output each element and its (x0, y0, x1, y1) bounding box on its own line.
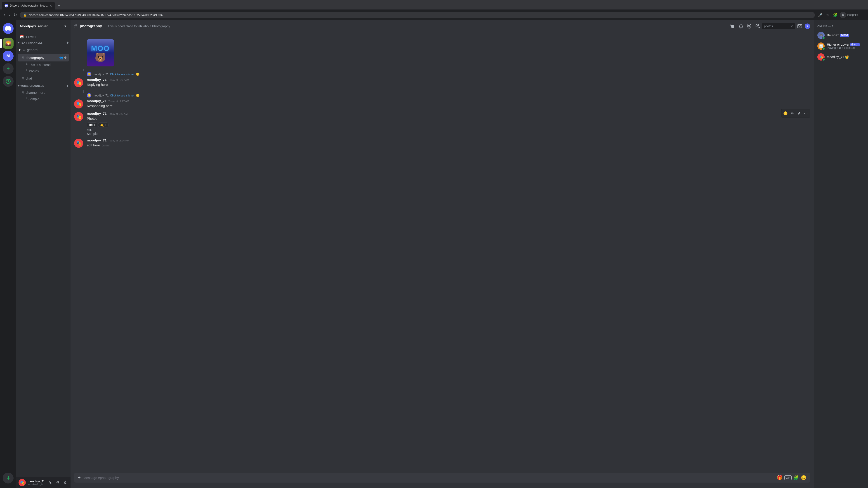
emoji-button[interactable]: 😊 (801, 475, 807, 480)
help-button[interactable]: ? (805, 24, 810, 29)
server-icon-2[interactable]: M (3, 51, 13, 61)
click-to-see-sticker-1[interactable]: Click to see sticker (110, 72, 134, 76)
reply-line-icon-2 (83, 90, 91, 93)
notifications-button[interactable] (738, 23, 744, 29)
click-to-see-sticker-2[interactable]: Click to see sticker (110, 94, 134, 97)
input-add-button[interactable]: + (78, 475, 81, 481)
gif-button[interactable]: GIF (784, 475, 792, 480)
sticker-button[interactable]: 🧩 (794, 475, 799, 480)
microphone-icon[interactable]: 🎤 (817, 11, 824, 19)
channel-item-general[interactable]: ▶ # general (18, 46, 69, 54)
moo-sticker-character: 🐻 (95, 53, 106, 62)
add-voice-channel-button[interactable]: + (66, 84, 69, 88)
sticker-ref-1[interactable]: 😊 moodjoy_71 Click to see sticker 😊 (70, 72, 814, 77)
reply-indicator-1 (70, 69, 814, 72)
thread-item-1[interactable]: ╰ This is a thread! (18, 62, 69, 68)
reaction-eyes[interactable]: 👀 1 (87, 123, 97, 127)
browser-tab-active[interactable]: Discord | #photography | Moo... ✕ (2, 2, 55, 9)
thread-icon-2: ╰ (25, 69, 28, 73)
server-list: 🌄 M + ⬇ (0, 20, 16, 488)
discord-favicon (4, 4, 8, 7)
text-channels-category[interactable]: ▾ TEXT CHANNELS + (16, 40, 70, 46)
gift-button[interactable]: 🎁 (777, 475, 782, 480)
member-item-moodjoy[interactable]: 🎭 moodjoy_71 👑 (815, 52, 866, 62)
add-reaction-button[interactable]: 😊 (782, 110, 789, 116)
bookmark-icon[interactable]: ☆ (825, 11, 831, 19)
channel-item-chat[interactable]: # chat (18, 74, 69, 82)
message-author-4[interactable]: moodjoy_71 (87, 138, 107, 142)
moo-sticker: MOO 🐻 (87, 39, 114, 66)
discord-home-button[interactable] (3, 23, 13, 34)
menu-icon[interactable]: ⋮ (859, 11, 865, 19)
voice-thread-name: Sample (29, 97, 39, 101)
voice-channel-item-1[interactable]: # channel-here (18, 89, 69, 96)
reload-button[interactable]: ↻ (13, 11, 18, 18)
more-options-button[interactable]: ⋯ (803, 110, 809, 116)
reaction-count-eyes: 1 (94, 123, 95, 127)
tab-close-button[interactable]: ✕ (50, 4, 52, 7)
member-item-ballsdex[interactable]: 🎮 Ballsdex BOT (815, 30, 866, 40)
online-indicator-higherLower (822, 47, 825, 50)
message-author-2[interactable]: moodjoy_71 (87, 99, 107, 103)
extension-icon[interactable]: 🧩 (832, 11, 839, 19)
channel-header-hash-icon: # (74, 23, 77, 29)
channel-item-photography[interactable]: # photography 👥 ⚙ (18, 54, 69, 61)
message-body-2: moodjoy_71 Today at 12:27 AM Responding … (87, 99, 810, 108)
messages-area[interactable]: MOO 🐻 😊 moodjoy_71 Click to see sticker … (70, 32, 814, 473)
search-box[interactable]: photos ✕ (762, 23, 795, 29)
lock-icon: 🔒 (23, 13, 27, 17)
deafen-button[interactable] (55, 480, 61, 486)
channel-list: 📅 1 Event ▾ TEXT CHANNELS + ▶ # (16, 32, 70, 477)
events-item[interactable]: 📅 1 Event (18, 34, 69, 39)
message-timestamp-1: Today at 12:27 AM (108, 78, 129, 81)
add-members-icon[interactable]: 👥 (59, 56, 63, 59)
thread-name-photos: Photos (29, 69, 39, 73)
reaction-bar-3: 👀 1 🤙 1 (87, 123, 810, 127)
server-moodjoy[interactable]: 🌄 (3, 38, 13, 49)
back-button[interactable]: ‹ (3, 12, 6, 18)
thread-item-photos[interactable]: ╰ Photos (18, 68, 69, 74)
pinned-messages-button[interactable] (746, 23, 752, 29)
forward-button[interactable]: › (8, 12, 11, 18)
download-app-button[interactable]: ⬇ (3, 473, 13, 485)
channel-name-chat: chat (26, 76, 67, 80)
reaction-shaka[interactable]: 🤙 1 (98, 123, 108, 127)
message-header-1: moodjoy_71 Today at 12:27 AM (87, 78, 810, 82)
edit-message-button[interactable]: ✏ (789, 110, 796, 116)
channel-icons: 👥 ⚙ (59, 56, 67, 59)
settings-icon[interactable]: ⚙ (64, 56, 67, 59)
username: moodjoy_71 (28, 480, 46, 483)
member-item-higherLower[interactable]: 📊 Higher or Lower BOT Playing ᴎ ᴎ ᴎ /jok… (815, 41, 866, 51)
address-bar[interactable]: 🔒 discord.com/channels/11823468517819843… (20, 12, 815, 18)
threads-button[interactable] (730, 23, 736, 29)
add-server-button[interactable]: + (3, 63, 13, 74)
svg-point-3 (756, 24, 757, 26)
pin-message-button[interactable] (796, 110, 802, 116)
add-channel-button[interactable]: + (66, 41, 69, 45)
inbox-button[interactable] (797, 23, 803, 29)
new-tab-button[interactable]: + (56, 2, 62, 9)
voice-hash-icon: # (22, 90, 24, 95)
messages-spacer (70, 150, 814, 469)
sticker-ref-2[interactable]: 😊 moodjoy_71 Click to see sticker 😊 (70, 93, 814, 98)
message-author-1[interactable]: moodjoy_71 (87, 78, 107, 82)
voice-thread-sample[interactable]: ╰ Sample (18, 96, 69, 102)
server-name: Moodjoy's server (20, 24, 48, 28)
message-author-3[interactable]: moodjoy_71 (87, 111, 107, 116)
members-button[interactable] (754, 23, 761, 29)
incognito-label: Incognito (847, 13, 858, 17)
message-input-field[interactable] (84, 476, 774, 480)
explore-servers-button[interactable] (3, 76, 13, 87)
member-name-moodjoy: moodjoy_71 (827, 55, 844, 59)
search-clear-button[interactable]: ✕ (790, 24, 793, 28)
message-content-2: Responding here (87, 104, 810, 108)
message-input-box[interactable]: + 🎁 GIF 🧩 😊 (74, 473, 810, 483)
user-settings-button[interactable] (62, 480, 68, 486)
message-header-4: moodjoy_71 Today at 11:24 PM (87, 138, 810, 142)
server-header[interactable]: Moodjoy's server ▼ (16, 20, 70, 32)
message-1: 🎭 moodjoy_71 Today at 12:27 AM Replying … (70, 77, 814, 88)
mute-button[interactable] (48, 480, 54, 486)
voice-channels-category[interactable]: ▾ VOICE CHANNELS + (16, 83, 70, 89)
message-body-4: moodjoy_71 Today at 11:24 PM edit here (… (87, 138, 810, 148)
voice-channel-name-1: channel-here (26, 91, 45, 94)
